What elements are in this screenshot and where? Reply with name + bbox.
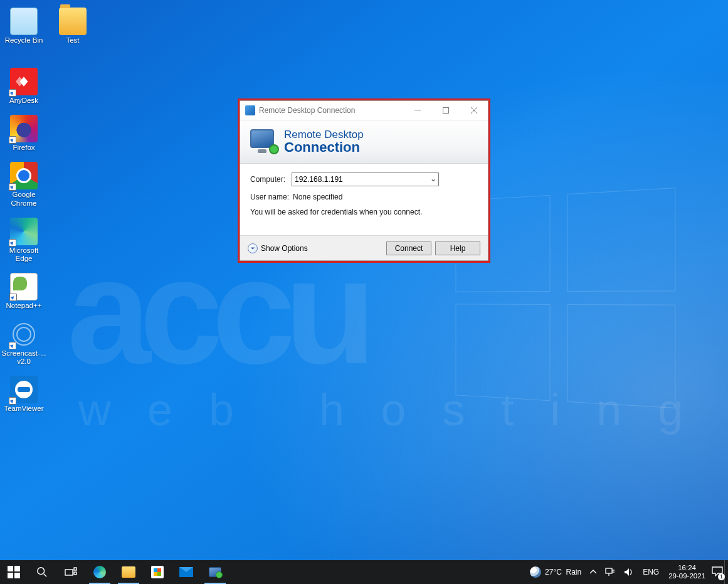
tray-overflow-button[interactable] bbox=[586, 560, 601, 584]
tray-network-button[interactable] bbox=[601, 560, 620, 584]
chrome-icon bbox=[10, 162, 38, 189]
ms-store-icon bbox=[151, 566, 164, 578]
task-view-button[interactable] bbox=[56, 560, 85, 584]
svg-marker-1 bbox=[16, 77, 24, 87]
connect-button[interactable]: Connect bbox=[386, 242, 431, 255]
computer-label: Computer: bbox=[250, 175, 292, 184]
anydesk-icon bbox=[10, 68, 38, 95]
desktop-icon-test-folder[interactable]: Test bbox=[53, 8, 93, 45]
start-button[interactable] bbox=[0, 560, 28, 584]
desktop-icon-chrome[interactable]: Google Chrome bbox=[4, 162, 44, 207]
rdc-banner: Remote Desktop Connection bbox=[240, 120, 488, 164]
show-desktop-button[interactable] bbox=[724, 560, 728, 584]
firefox-icon bbox=[10, 115, 38, 142]
maximize-button[interactable] bbox=[431, 101, 460, 120]
svg-rect-7 bbox=[74, 568, 76, 570]
edge-icon bbox=[10, 218, 38, 245]
rdc-app-icon bbox=[245, 105, 255, 115]
rdc-banner-line2: Connection bbox=[284, 140, 364, 154]
taskbar-item-mail[interactable] bbox=[172, 560, 201, 584]
svg-line-5 bbox=[43, 574, 46, 577]
rdc-title-text: Remote Desktop Connection bbox=[259, 106, 355, 115]
taskbar-item-store[interactable] bbox=[143, 560, 172, 584]
taskbar[interactable]: 27°C Rain ENG 16:24 29-09-2021 1 bbox=[0, 560, 728, 584]
shortcut-icon bbox=[9, 294, 17, 301]
username-value: None specified bbox=[292, 193, 342, 201]
shortcut-icon bbox=[9, 136, 16, 144]
task-view-icon bbox=[64, 565, 78, 579]
minimize-button[interactable] bbox=[403, 101, 431, 120]
chevron-down-icon bbox=[248, 243, 258, 253]
tray-volume-button[interactable] bbox=[620, 560, 638, 584]
taskbar-item-edge[interactable] bbox=[85, 560, 114, 584]
computer-input[interactable] bbox=[292, 173, 439, 186]
shortcut-icon bbox=[9, 183, 16, 191]
folder-icon bbox=[122, 566, 135, 578]
desktop-icon-edge[interactable]: Microsoft Edge bbox=[4, 218, 44, 263]
rdc-banner-line1: Remote Desktop bbox=[284, 129, 364, 141]
desktop-icon-teamviewer[interactable]: TeamViewer bbox=[4, 376, 44, 413]
taskbar-item-file-explorer[interactable] bbox=[114, 560, 143, 584]
rdc-banner-icon bbox=[250, 129, 278, 154]
mail-icon bbox=[179, 567, 193, 577]
show-options-button[interactable]: Show Options bbox=[248, 243, 308, 253]
weather-widget[interactable]: 27°C Rain bbox=[525, 560, 586, 584]
network-icon bbox=[605, 568, 615, 576]
shortcut-icon bbox=[9, 342, 16, 349]
svg-point-4 bbox=[37, 568, 44, 575]
screencast-icon bbox=[10, 321, 38, 348]
help-button[interactable]: Help bbox=[435, 242, 480, 255]
rdc-window[interactable]: Remote Desktop Connection Remote Desktop… bbox=[240, 100, 488, 261]
notepadpp-icon bbox=[10, 273, 38, 300]
svg-rect-2 bbox=[414, 110, 421, 110]
tray-language-button[interactable]: ENG bbox=[638, 560, 663, 584]
svg-rect-3 bbox=[443, 108, 448, 114]
desktop-icon-anydesk[interactable]: AnyDesk bbox=[4, 68, 44, 105]
chevron-up-icon bbox=[590, 569, 596, 575]
shortcut-icon bbox=[9, 239, 16, 247]
shortcut-icon bbox=[9, 89, 16, 97]
search-icon bbox=[35, 565, 49, 579]
rdc-titlebar[interactable]: Remote Desktop Connection bbox=[240, 101, 488, 120]
search-button[interactable] bbox=[28, 560, 56, 584]
rdc-highlight-border: Remote Desktop Connection Remote Desktop… bbox=[238, 98, 490, 263]
username-label: User name: bbox=[250, 193, 292, 201]
teamviewer-icon bbox=[10, 376, 38, 403]
rdc-hint-text: You will be asked for credentials when y… bbox=[250, 208, 478, 216]
desktop-icon-screencast[interactable]: Screencast-... v2.0 bbox=[4, 321, 44, 366]
close-button[interactable] bbox=[460, 101, 488, 120]
action-center-button[interactable]: 1 bbox=[710, 560, 724, 584]
taskbar-item-rdc[interactable] bbox=[201, 560, 229, 584]
desktop-icon-recycle-bin[interactable]: Recycle Bin bbox=[4, 8, 44, 45]
svg-rect-6 bbox=[65, 570, 73, 575]
desktop-icon-firefox[interactable]: Firefox bbox=[4, 115, 44, 152]
notification-badge: 1 bbox=[718, 573, 725, 580]
shortcut-icon bbox=[9, 397, 16, 405]
desktop-icon-notepadpp[interactable]: Notepad++ bbox=[4, 273, 44, 310]
windows-start-icon bbox=[8, 566, 20, 578]
svg-rect-9 bbox=[606, 568, 612, 573]
recycle-bin-icon bbox=[10, 8, 38, 35]
edge-icon bbox=[93, 566, 106, 578]
svg-rect-8 bbox=[74, 572, 76, 575]
rdc-icon bbox=[209, 567, 221, 577]
desktop[interactable]: accu web hosting Recycle Bin Test AnyDes… bbox=[0, 0, 728, 560]
folder-icon bbox=[59, 8, 87, 35]
notification-icon: 1 bbox=[712, 566, 723, 578]
taskbar-clock[interactable]: 16:24 29-09-2021 bbox=[663, 564, 710, 580]
volume-icon bbox=[624, 568, 634, 576]
weather-icon bbox=[530, 566, 541, 578]
